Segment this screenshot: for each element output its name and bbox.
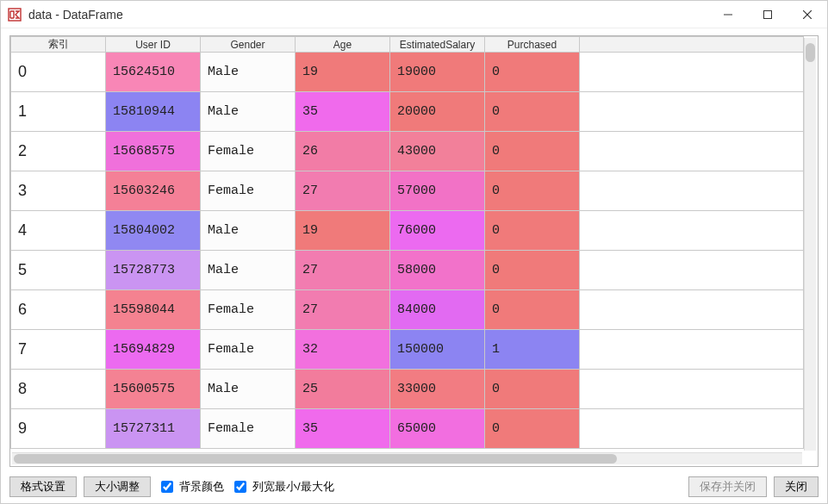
table-cell[interactable]: 0 bbox=[485, 409, 580, 449]
table-cell[interactable]: 76000 bbox=[390, 211, 485, 251]
table-row[interactable]: 815600575Male25330000 bbox=[11, 370, 804, 409]
column-width-checkbox[interactable]: 列宽最小/最大化 bbox=[231, 478, 334, 495]
horizontal-scrollbar-thumb[interactable] bbox=[14, 454, 617, 464]
table-cell[interactable]: 35 bbox=[296, 409, 390, 449]
table-cell[interactable]: 19 bbox=[296, 53, 390, 92]
table-cell[interactable]: 27 bbox=[296, 290, 390, 330]
table-cell-empty bbox=[580, 132, 804, 171]
table-row[interactable]: 215668575Female26430000 bbox=[11, 132, 804, 171]
table-cell[interactable]: 15727311 bbox=[106, 409, 201, 449]
table-cell[interactable]: Female bbox=[201, 409, 296, 449]
table-cell[interactable]: 19000 bbox=[390, 53, 485, 92]
table-cell[interactable]: 0 bbox=[485, 211, 580, 251]
table-cell[interactable]: 0 bbox=[11, 53, 106, 92]
table-cell[interactable]: 15810944 bbox=[106, 92, 201, 132]
table-cell[interactable]: 6 bbox=[11, 290, 106, 330]
close-button[interactable]: 关闭 bbox=[774, 476, 819, 497]
column-header[interactable]: Age bbox=[296, 37, 390, 53]
table-cell[interactable]: 19 bbox=[296, 211, 390, 251]
table-cell[interactable]: 15598044 bbox=[106, 290, 201, 330]
table-cell[interactable]: 0 bbox=[485, 370, 580, 409]
index-column-header[interactable]: 索引 bbox=[11, 37, 106, 53]
minimize-button[interactable] bbox=[708, 1, 748, 28]
table-cell[interactable]: 150000 bbox=[390, 330, 485, 370]
table-cell[interactable]: 15668575 bbox=[106, 132, 201, 171]
vertical-scrollbar[interactable] bbox=[804, 38, 816, 451]
background-color-checkbox-input[interactable] bbox=[161, 481, 173, 493]
table-cell[interactable]: 27 bbox=[296, 171, 390, 211]
table-cell[interactable]: Male bbox=[201, 370, 296, 409]
table-cell[interactable]: 15624510 bbox=[106, 53, 201, 92]
horizontal-scrollbar[interactable] bbox=[12, 452, 802, 464]
table-cell[interactable]: 0 bbox=[485, 171, 580, 211]
table-cell[interactable]: 57000 bbox=[390, 171, 485, 211]
table-row[interactable]: 315603246Female27570000 bbox=[11, 171, 804, 211]
table-row[interactable]: 415804002Male19760000 bbox=[11, 211, 804, 251]
table-cell[interactable]: 26 bbox=[296, 132, 390, 171]
table-cell[interactable]: Female bbox=[201, 290, 296, 330]
format-settings-button[interactable]: 格式设置 bbox=[9, 476, 77, 497]
table-cell[interactable]: Female bbox=[201, 132, 296, 171]
table-cell[interactable]: Male bbox=[201, 92, 296, 132]
table-row[interactable]: 715694829Female321500001 bbox=[11, 330, 804, 370]
table-row[interactable]: 015624510Male19190000 bbox=[11, 53, 804, 92]
dataframe-table: 索引 User ID Gender Age EstimatedSalary Pu… bbox=[10, 36, 804, 449]
table-cell[interactable]: 8 bbox=[11, 370, 106, 409]
table-cell[interactable]: 0 bbox=[485, 132, 580, 171]
table-cell[interactable]: Female bbox=[201, 171, 296, 211]
table-cell[interactable]: 15728773 bbox=[106, 251, 201, 290]
table-row[interactable]: 515728773Male27580000 bbox=[11, 251, 804, 290]
table-cell[interactable]: Male bbox=[201, 251, 296, 290]
table-cell[interactable]: 7 bbox=[11, 330, 106, 370]
resize-button[interactable]: 大小调整 bbox=[84, 476, 151, 497]
save-close-button[interactable]: 保存并关闭 bbox=[688, 476, 767, 497]
table-cell[interactable]: 43000 bbox=[390, 132, 485, 171]
table-cell[interactable]: 5 bbox=[11, 251, 106, 290]
table-cell[interactable]: Male bbox=[201, 53, 296, 92]
table-cell[interactable]: 32 bbox=[296, 330, 390, 370]
table-cell[interactable]: Male bbox=[201, 211, 296, 251]
table-cell-empty bbox=[580, 53, 804, 92]
table-cell[interactable]: 65000 bbox=[390, 409, 485, 449]
table-cell[interactable]: 0 bbox=[485, 53, 580, 92]
table-cell[interactable]: 2 bbox=[11, 132, 106, 171]
table-cell[interactable]: 15603246 bbox=[106, 171, 201, 211]
table-cell[interactable]: 3 bbox=[11, 171, 106, 211]
app-icon bbox=[8, 8, 22, 22]
table-cell[interactable]: Female bbox=[201, 330, 296, 370]
table-cell[interactable]: 0 bbox=[485, 251, 580, 290]
vertical-scrollbar-thumb[interactable] bbox=[806, 43, 815, 62]
column-header[interactable]: Purchased bbox=[485, 37, 580, 53]
table-cell[interactable]: 4 bbox=[11, 211, 106, 251]
svg-rect-2 bbox=[764, 10, 772, 18]
table-row[interactable]: 615598044Female27840000 bbox=[11, 290, 804, 330]
table-cell[interactable]: 25 bbox=[296, 370, 390, 409]
table-cell[interactable]: 15694829 bbox=[106, 330, 201, 370]
close-window-button[interactable] bbox=[788, 1, 827, 28]
table-row[interactable]: 915727311Female35650000 bbox=[11, 409, 804, 449]
table-cell[interactable]: 58000 bbox=[390, 251, 485, 290]
table-cell[interactable]: 1 bbox=[485, 330, 580, 370]
column-header[interactable]: Gender bbox=[201, 37, 296, 53]
table-cell[interactable]: 33000 bbox=[390, 370, 485, 409]
column-width-checkbox-input[interactable] bbox=[234, 481, 246, 493]
table-cell[interactable]: 84000 bbox=[390, 290, 485, 330]
table-cell-empty bbox=[580, 370, 804, 409]
grid-scroll-viewport[interactable]: 索引 User ID Gender Age EstimatedSalary Pu… bbox=[10, 36, 818, 466]
table-cell[interactable]: 15804002 bbox=[106, 211, 201, 251]
table-cell[interactable]: 9 bbox=[11, 409, 106, 449]
column-header[interactable]: User ID bbox=[106, 37, 201, 53]
table-cell[interactable]: 35 bbox=[296, 92, 390, 132]
table-row[interactable]: 115810944Male35200000 bbox=[11, 92, 804, 132]
table-cell[interactable]: 0 bbox=[485, 290, 580, 330]
column-header[interactable]: EstimatedSalary bbox=[390, 37, 485, 53]
background-color-checkbox[interactable]: 背景颜色 bbox=[158, 478, 224, 495]
table-cell[interactable]: 20000 bbox=[390, 92, 485, 132]
table-cell[interactable]: 0 bbox=[485, 92, 580, 132]
maximize-button[interactable] bbox=[748, 1, 788, 28]
column-header-empty bbox=[580, 37, 804, 53]
table-cell[interactable]: 15600575 bbox=[106, 370, 201, 409]
titlebar[interactable]: data - DataFrame bbox=[1, 1, 827, 28]
table-cell[interactable]: 27 bbox=[296, 251, 390, 290]
table-cell[interactable]: 1 bbox=[11, 92, 106, 132]
